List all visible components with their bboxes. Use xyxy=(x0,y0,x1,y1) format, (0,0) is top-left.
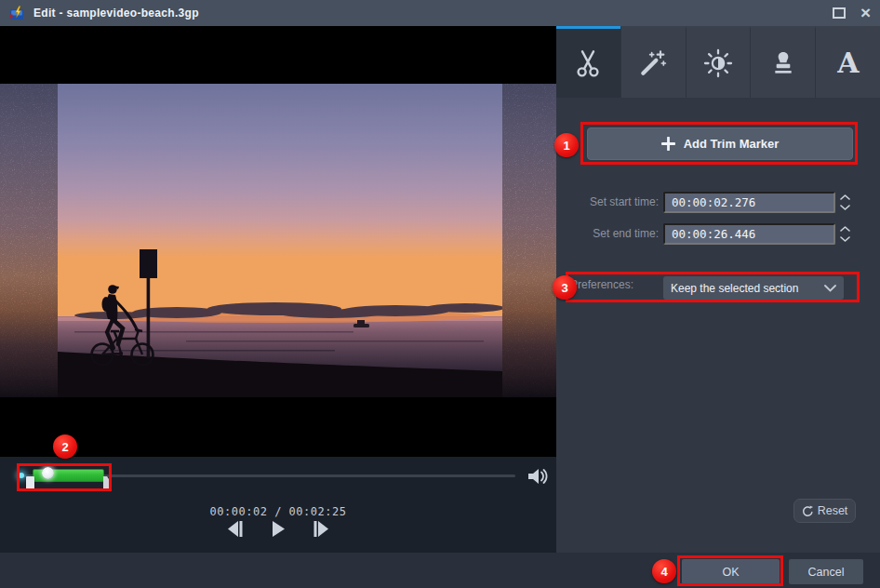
window-title: Edit - samplevideo-beach.3gp xyxy=(33,7,199,20)
annotation-3: 3 xyxy=(553,275,577,300)
app-logo-icon xyxy=(9,6,25,21)
end-time-input[interactable] xyxy=(663,223,835,245)
tab-adjust[interactable] xyxy=(686,26,751,98)
start-time-input[interactable] xyxy=(663,192,835,213)
titlebar: Edit - samplevideo-beach.3gp × xyxy=(0,0,880,26)
video-preview xyxy=(0,26,556,457)
sunset-beach-scene xyxy=(58,84,504,397)
letter-a-icon: A xyxy=(833,47,864,80)
add-trim-marker-label: Add Trim Marker xyxy=(684,137,780,151)
edit-dialog-window: Edit - samplevideo-beach.3gp × xyxy=(0,0,880,588)
tab-text[interactable]: A xyxy=(815,26,880,98)
ok-button[interactable]: OK xyxy=(682,559,780,584)
player-bar: 00:00:02 / 00:02:25 xyxy=(0,457,556,553)
footer-bar: OK Cancel xyxy=(0,553,880,588)
playhead-glow-icon xyxy=(19,473,24,478)
annotation-1: 1 xyxy=(554,133,579,157)
spinner-down-icon[interactable] xyxy=(836,203,854,214)
cancel-button[interactable]: Cancel xyxy=(789,559,863,584)
time-display: 00:00:02 / 00:02:25 xyxy=(0,505,556,518)
frame-back-button[interactable] xyxy=(226,520,245,538)
end-time-spinner xyxy=(836,223,854,245)
stamp-icon xyxy=(768,48,798,78)
video-frame xyxy=(0,84,556,397)
close-button[interactable]: × xyxy=(860,7,871,20)
tab-effect[interactable] xyxy=(620,26,686,98)
annotation-2: 2 xyxy=(53,434,77,459)
spinner-down-icon[interactable] xyxy=(836,234,854,246)
edit-tools-panel: A Add Trim Marker Set start time: Set en… xyxy=(556,26,880,553)
playback-controls xyxy=(0,520,556,538)
start-time-spinner xyxy=(836,192,854,213)
start-time-label: Set start time: xyxy=(566,192,659,213)
trim-handle-right[interactable] xyxy=(103,476,112,490)
brightness-contrast-icon xyxy=(703,48,733,78)
preferences-dropdown[interactable]: Keep the selected section xyxy=(663,276,844,300)
frame-forward-button[interactable] xyxy=(312,520,330,538)
play-button[interactable] xyxy=(269,520,287,538)
tab-watermark[interactable] xyxy=(750,26,815,98)
chevron-down-icon xyxy=(824,285,836,292)
maximize-button[interactable] xyxy=(833,7,846,19)
tab-trim[interactable] xyxy=(556,26,620,98)
reset-label: Reset xyxy=(818,504,848,517)
reset-button[interactable]: Reset xyxy=(793,499,856,523)
end-time-label: Set end time: xyxy=(566,223,659,245)
scissors-icon xyxy=(573,48,603,78)
spinner-up-icon[interactable] xyxy=(836,192,854,203)
add-trim-marker-button[interactable]: Add Trim Marker xyxy=(587,127,853,160)
reset-icon xyxy=(802,505,814,517)
svg-text:A: A xyxy=(836,47,860,79)
preferences-label: Preferences: xyxy=(570,278,633,291)
playhead-handle[interactable] xyxy=(42,467,54,479)
volume-icon[interactable] xyxy=(527,467,549,486)
preferences-value: Keep the selected section xyxy=(671,282,798,295)
tool-tabs: A xyxy=(556,26,880,98)
plus-icon xyxy=(661,137,675,151)
trim-handle-left[interactable] xyxy=(26,476,34,489)
annotation-4: 4 xyxy=(652,559,676,583)
spinner-up-icon[interactable] xyxy=(836,223,854,234)
magic-wand-icon xyxy=(638,48,668,78)
